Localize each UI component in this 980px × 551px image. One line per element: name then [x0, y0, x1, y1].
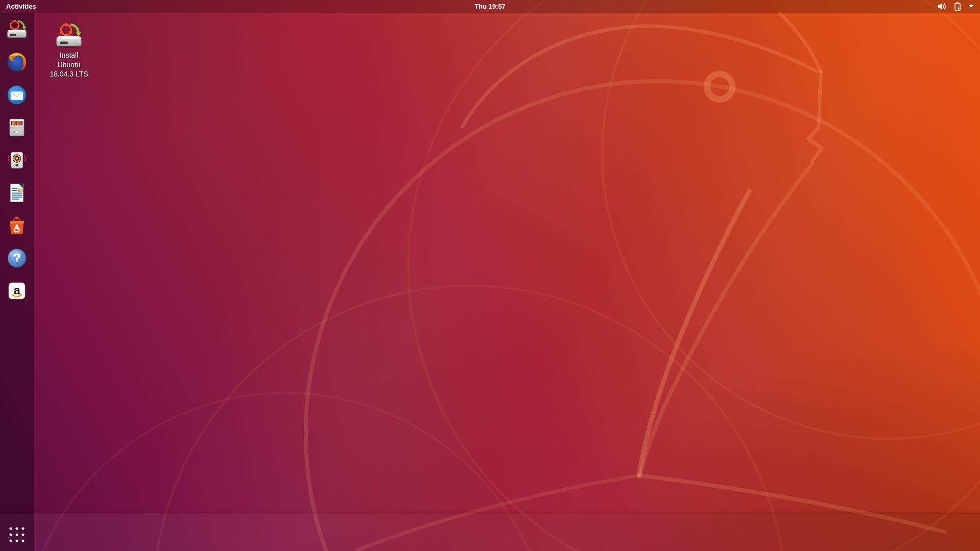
libreoffice-writer-icon: [6, 182, 28, 204]
dock: ? a: [0, 13, 34, 551]
ubuntu-software-icon: [6, 215, 28, 236]
ubuntu-installer-icon: [6, 19, 28, 40]
dock-item-files[interactable]: [5, 116, 29, 139]
activities-button[interactable]: Activities: [0, 0, 42, 13]
svg-text:a: a: [13, 284, 20, 297]
dock-item-ubuntu-software[interactable]: [5, 214, 29, 237]
dock-item-ubuntu-installer[interactable]: [5, 18, 29, 41]
chevron-down-icon: [968, 5, 974, 8]
battery-charging-icon: [953, 2, 962, 11]
show-applications-grid-icon: [8, 526, 26, 543]
rhythmbox-icon: [6, 149, 28, 171]
clock-label: Thu 19:57: [475, 3, 506, 10]
dock-item-firefox[interactable]: [5, 51, 29, 73]
dock-item-amazon[interactable]: a: [5, 280, 29, 302]
wallpaper-ground-line: [0, 513, 980, 551]
dock-item-help[interactable]: ?: [5, 247, 29, 269]
dock-item-thunderbird[interactable]: [5, 84, 29, 106]
dock-item-rhythmbox[interactable]: [5, 149, 29, 171]
show-applications-button[interactable]: [5, 523, 29, 546]
clock-menu-button[interactable]: Thu 19:57: [470, 0, 511, 13]
dock-item-libreoffice-writer[interactable]: [5, 182, 29, 204]
help-icon: ?: [6, 247, 28, 269]
desktop-icon-install-ubuntu[interactable]: Install Ubuntu 18.04.3 LTS: [38, 20, 100, 81]
files-icon: [6, 117, 28, 138]
wallpaper-light-rays: [0, 0, 980, 551]
desktop-wallpaper: [0, 0, 980, 551]
volume-icon: [937, 2, 947, 11]
svg-text:?: ?: [13, 251, 21, 265]
desktop-icon-label: Install Ubuntu 18.04.3 LTS: [50, 51, 88, 79]
amazon-icon: a: [6, 280, 28, 302]
ubuntu-installer-icon: [54, 22, 84, 49]
activities-label: Activities: [6, 3, 36, 10]
thunderbird-icon: [6, 84, 28, 106]
top-bar: Activities Thu 19:57: [0, 0, 980, 13]
firefox-icon: [6, 52, 28, 73]
system-status-menu[interactable]: [934, 0, 977, 13]
dock-favorites: ? a: [5, 18, 29, 302]
